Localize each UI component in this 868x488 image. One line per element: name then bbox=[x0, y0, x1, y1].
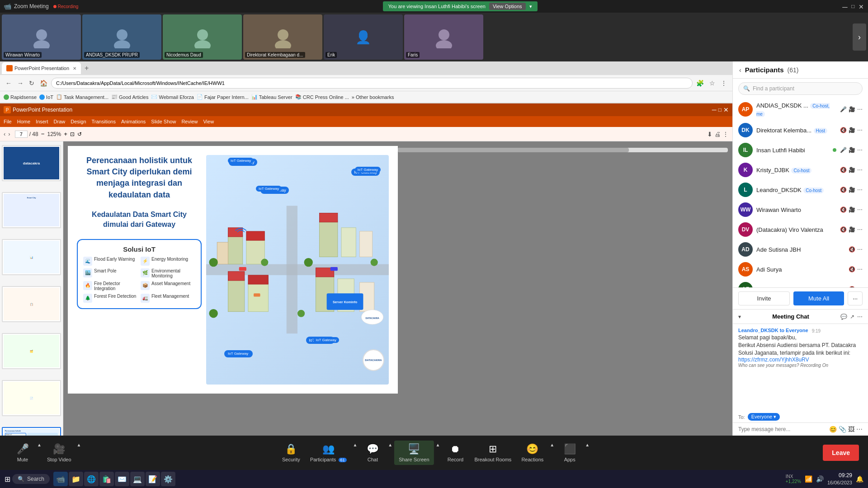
participant-item-viro[interactable]: DV (Datacakra) Viro Valentza 🔇 🎥 ⋯ bbox=[733, 220, 868, 239]
ppt-fit-btn[interactable]: ⊡ bbox=[70, 131, 75, 137]
mute-button[interactable]: 🎤 Mute bbox=[9, 441, 36, 465]
chat-collapse-button[interactable]: ▾ bbox=[738, 314, 741, 320]
apps-caret[interactable]: ▲ bbox=[584, 442, 590, 447]
bookmark-fajar[interactable]: 📄 Fajar Paper Intern... bbox=[197, 94, 249, 100]
ppt-menu-slideshow[interactable]: Slide Show bbox=[151, 119, 176, 124]
taskbar-search[interactable]: 🔍 Search bbox=[12, 474, 50, 484]
forward-button[interactable]: → bbox=[15, 79, 25, 88]
close-button[interactable]: ✕ bbox=[858, 3, 864, 9]
zoom-out-btn[interactable]: − bbox=[41, 131, 45, 137]
taskbar-app-edge[interactable]: 🌐 bbox=[84, 472, 99, 486]
taskbar-app-mail[interactable]: ✉️ bbox=[115, 472, 129, 486]
invite-button[interactable]: Invite bbox=[738, 291, 790, 305]
ppt-menu-draw[interactable]: Draw bbox=[54, 119, 66, 124]
video-thumb-4[interactable]: Direktorat Kelembagaan d... bbox=[243, 14, 322, 60]
ppt-menu-view[interactable]: View bbox=[203, 119, 214, 124]
ppt-menu-home[interactable]: Home bbox=[17, 119, 30, 124]
bookmark-crc[interactable]: 📚 CRC Press Online ... bbox=[295, 94, 349, 100]
ppt-toolbar-nav-prev[interactable]: ‹ bbox=[4, 131, 5, 137]
slide-thumb-7[interactable]: Perencanaan holistik Solusi IoT 7 bbox=[2, 427, 61, 436]
slide-thumb-4[interactable]: 📋 4 bbox=[2, 286, 61, 322]
chat-icon-1[interactable]: 💬 bbox=[840, 314, 847, 320]
record-button[interactable]: ⏺ Record bbox=[442, 441, 469, 465]
maximize-button[interactable]: □ bbox=[850, 3, 856, 9]
ppt-toolbar-nav-next[interactable]: › bbox=[8, 131, 10, 137]
participant-item-adi[interactable]: AS Adi Surya 🔇 ⋯ bbox=[733, 259, 868, 279]
stop-video-button[interactable]: 🎥 Stop Video bbox=[42, 441, 76, 465]
participant-item-direktorat[interactable]: DK Direktorat Kelemba... Host 🔇 🎥 ⋯ bbox=[733, 120, 868, 140]
panel-collapse-button[interactable]: ‹ bbox=[739, 66, 741, 74]
participant-item-insan[interactable]: IL Insan Luthfi Habibi 🎤 🎥 ⋯ bbox=[733, 140, 868, 160]
refresh-button[interactable]: ↻ bbox=[27, 79, 36, 88]
taskbar-app-zoom[interactable]: 📹 bbox=[53, 472, 68, 486]
home-button[interactable]: 🏠 bbox=[38, 79, 49, 88]
notification-icon[interactable]: 🔔 bbox=[856, 475, 863, 483]
mute-all-button[interactable]: Mute All bbox=[793, 291, 844, 305]
security-button[interactable]: 🔒 Security bbox=[278, 441, 305, 465]
find-participant-input[interactable]: 🔍 Find a participant bbox=[738, 82, 863, 95]
video-thumb-2[interactable]: ANDIAS_DKSDK PRUPR bbox=[82, 14, 161, 60]
bookmark-articles[interactable]: 📰 Good Articles bbox=[111, 94, 148, 100]
slide-thumb-3[interactable]: 📊 3 bbox=[2, 239, 61, 275]
reactions-caret[interactable]: ▲ bbox=[549, 442, 555, 447]
url-bar[interactable] bbox=[51, 78, 693, 89]
more-options-button[interactable]: ··· bbox=[848, 291, 863, 305]
tab-close-button[interactable]: ✕ bbox=[73, 66, 76, 71]
ppt-menu-review[interactable]: Review bbox=[181, 119, 198, 124]
next-video-button[interactable]: › bbox=[853, 23, 866, 51]
back-button[interactable]: ← bbox=[4, 79, 14, 88]
bookmark-iot[interactable]: IoT bbox=[39, 94, 53, 100]
inx-indicator[interactable]: INX +1,22% bbox=[786, 474, 801, 484]
taskbar-app-settings[interactable]: ⚙️ bbox=[161, 472, 175, 486]
chat-button[interactable]: 💬 Chat bbox=[359, 441, 386, 465]
ppt-more-btn[interactable]: ⋮ bbox=[722, 131, 729, 138]
taskbar-app-store[interactable]: 🛍️ bbox=[99, 472, 114, 486]
slide-thumb-1[interactable]: datacakra 1 bbox=[2, 145, 61, 181]
zoom-in-btn[interactable]: + bbox=[64, 131, 67, 137]
video-thumb-3[interactable]: Nicodemus Daud bbox=[163, 14, 242, 60]
video-caret[interactable]: ▲ bbox=[76, 442, 82, 447]
bookmark-tableau[interactable]: 📊 Tableau Server bbox=[251, 94, 292, 100]
taskbar-app-file[interactable]: 📁 bbox=[69, 472, 83, 486]
participant-item-leandro[interactable]: L Leandro_DKSDK Co-host 🔇 🎥 ⋯ bbox=[733, 180, 868, 200]
bookmark-task[interactable]: 📋 Task Management... bbox=[56, 94, 108, 100]
view-options-button[interactable]: View Options bbox=[489, 3, 526, 10]
chat-emoji-button[interactable]: 😊 bbox=[829, 426, 837, 433]
participant-item-alfian[interactable]: AF Alfian Firdaus 🔇 ⋯ bbox=[733, 279, 868, 287]
video-thumb-5[interactable]: 👤 Erik bbox=[324, 14, 403, 60]
ppt-menu-design[interactable]: Design bbox=[71, 119, 86, 124]
chat-gif-button[interactable]: 🖼 bbox=[848, 426, 854, 433]
ppt-loop-btn[interactable]: ↺ bbox=[77, 131, 82, 137]
chat-icon-3[interactable]: ⋯ bbox=[857, 314, 863, 320]
browser-tab-ppt[interactable]: PowerPoint Presentation ✕ bbox=[2, 62, 81, 74]
ppt-restore[interactable]: □ bbox=[718, 106, 722, 113]
video-thumb-6[interactable]: Faris bbox=[404, 14, 483, 60]
ppt-print-btn[interactable]: 🖨 bbox=[714, 131, 721, 138]
bookmark-webmail[interactable]: ✉️ Webmail Eforza bbox=[151, 94, 193, 100]
video-thumb-1[interactable]: Wirawan Winarto bbox=[2, 14, 81, 60]
apps-button[interactable]: ⬛ Apps bbox=[556, 441, 583, 465]
mic-caret[interactable]: ▲ bbox=[36, 442, 42, 447]
ppt-menu-insert[interactable]: Insert bbox=[36, 119, 48, 124]
participants-button[interactable]: 👥 Participants 61 bbox=[306, 441, 351, 465]
new-tab-button[interactable]: + bbox=[82, 64, 91, 72]
favorites-button[interactable]: ☆ bbox=[708, 79, 717, 88]
participants-caret[interactable]: ▲ bbox=[352, 442, 358, 447]
taskbar-app-teams[interactable]: 💻 bbox=[130, 472, 145, 486]
reactions-button[interactable]: 😊 Reactions bbox=[517, 441, 548, 465]
ppt-menu-file[interactable]: File bbox=[4, 119, 12, 124]
bookmark-rapidsense[interactable]: Rapidsense bbox=[4, 94, 37, 100]
slide-number-input[interactable] bbox=[15, 131, 28, 138]
slide-thumb-2[interactable]: Smart City 2 bbox=[2, 192, 61, 228]
extensions-button[interactable]: 🧩 bbox=[694, 79, 706, 88]
window-controls[interactable]: ─ □ ✕ bbox=[842, 3, 864, 9]
participant-item-andias[interactable]: AP ANDIAS_DKSDK ... Co-host, me 🎤 🎥 ⋯ bbox=[733, 99, 868, 120]
taskbar-clock[interactable]: 09:29 16/06/2023 bbox=[827, 472, 852, 486]
ppt-menu-animations[interactable]: Animations bbox=[121, 119, 146, 124]
breakout-rooms-button[interactable]: ⊞ Breakout Rooms bbox=[470, 441, 516, 465]
ppt-menu-transitions[interactable]: Transitions bbox=[92, 119, 116, 124]
start-button[interactable]: ⊞ bbox=[5, 475, 10, 483]
volume-icon[interactable]: 🔊 bbox=[816, 475, 824, 483]
participant-item-kristy[interactable]: K Kristy_DJBK Co-host 🔇 🎥 ⋯ bbox=[733, 160, 868, 180]
share-screen-button[interactable]: 🖥️ Share Screen bbox=[394, 441, 434, 465]
